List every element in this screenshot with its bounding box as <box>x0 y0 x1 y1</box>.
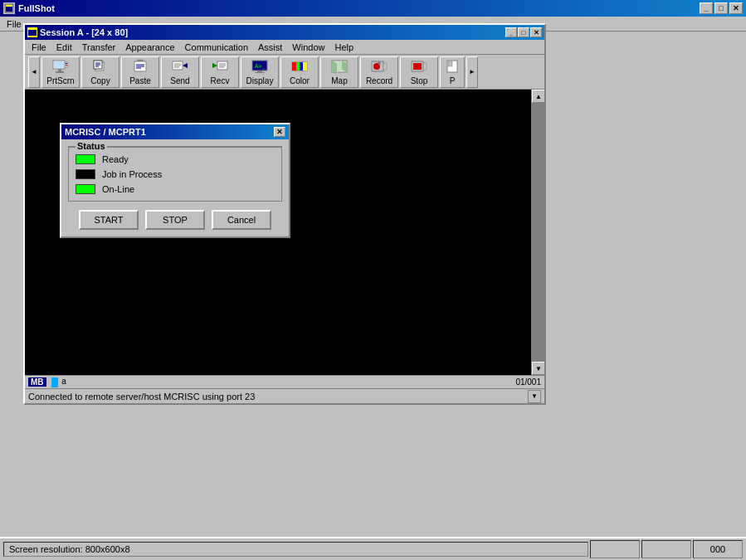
dialog-close-btn[interactable]: ✕ <box>274 127 285 137</box>
main-window: FullShot _ □ ✕ File Session A - [24 x 80… <box>0 0 746 537</box>
toolbar-send-btn[interactable]: Send <box>161 56 199 88</box>
session-titlebar-buttons: _ □ ✕ <box>505 27 542 37</box>
session-window: Session A - [24 x 80] _ □ ✕ File Edit Tr… <box>23 23 546 405</box>
mb-indicator: MB <box>28 377 46 387</box>
svg-rect-55 <box>448 61 452 66</box>
record-label: Record <box>366 76 393 85</box>
send-icon <box>170 58 190 75</box>
copy-label: Copy <box>90 76 110 85</box>
svg-rect-40 <box>296 62 300 71</box>
svg-rect-49 <box>383 63 387 70</box>
color-icon <box>290 58 310 75</box>
status-row-ready: Ready <box>76 154 275 164</box>
display-label: Display <box>246 76 274 85</box>
dialog-stop-btn[interactable]: STOP <box>145 210 205 230</box>
svg-rect-4 <box>28 30 37 36</box>
session-menu-appearance[interactable]: Appearance <box>120 41 179 54</box>
toolbar-record-btn[interactable]: Record <box>360 56 398 88</box>
stop-label: Stop <box>411 76 428 85</box>
session-maximize-btn[interactable]: □ <box>518 27 529 37</box>
main-close-btn[interactable]: ✕ <box>729 2 743 14</box>
recv-label: Recv <box>211 76 230 85</box>
toolbar-map-btn[interactable]: Map <box>320 56 358 88</box>
toolbar-p-btn[interactable]: P <box>440 56 465 88</box>
p-icon <box>442 58 462 75</box>
session-menu-edit[interactable]: Edit <box>51 41 77 54</box>
svg-rect-6 <box>54 61 64 68</box>
svg-rect-41 <box>300 62 303 71</box>
toolbar-recv-btn[interactable]: Recv <box>201 56 239 88</box>
session-menu-transfer[interactable]: Transfer <box>77 41 121 54</box>
app-icon <box>3 2 15 14</box>
taskbar: Screen resolution: 800x600x8 000 <box>0 537 746 560</box>
dialog-title: MCRISC / MCPRT1 <box>65 127 274 137</box>
main-minimize-btn[interactable]: _ <box>700 2 713 14</box>
svg-marker-24 <box>183 63 188 68</box>
resolution-text: Screen resolution: 800x600x8 <box>3 542 588 557</box>
ready-label: Ready <box>102 154 129 164</box>
scroll-down-btn[interactable]: ▼ <box>532 362 544 375</box>
svg-rect-35 <box>257 71 262 72</box>
toolbar-display-btn[interactable]: A>_ Display <box>241 56 279 88</box>
paste-icon <box>130 58 150 75</box>
dialog-buttons: START STOP Cancel <box>68 210 282 230</box>
svg-rect-19 <box>138 60 143 61</box>
map-label: Map <box>331 76 347 85</box>
session-titlebar: Session A - [24 x 80] _ □ ✕ <box>25 25 544 40</box>
svg-rect-52 <box>413 63 422 70</box>
toolbar-copy-btn[interactable]: Copy <box>81 56 119 88</box>
toolbar-scroll-right[interactable]: ► <box>466 56 478 88</box>
session-bottom-status: Connected to remote server/host MCRISC u… <box>25 388 544 403</box>
display-icon: A>_ <box>250 58 270 75</box>
session-statusbar: MB a 01/001 <box>25 375 544 388</box>
session-minimize-btn[interactable]: _ <box>505 27 517 37</box>
cursor-position: a <box>51 377 66 387</box>
toolbar-prtscn-btn[interactable]: PrtScrn <box>41 56 80 88</box>
prtscn-icon <box>51 58 71 75</box>
session-menu-assist[interactable]: Assist <box>253 41 287 54</box>
paste-label: Paste <box>129 76 151 85</box>
connection-status-text: Connected to remote server/host MCRISC u… <box>28 392 255 402</box>
svg-rect-10 <box>66 63 67 64</box>
session-menu-file[interactable]: File <box>27 41 51 54</box>
dialog-start-btn[interactable]: START <box>79 210 139 230</box>
svg-rect-1 <box>6 7 12 12</box>
session-title: Session A - [24 x 80] <box>40 27 505 37</box>
groupbox-label: Status <box>76 141 107 151</box>
session-menu-help[interactable]: Help <box>329 41 358 54</box>
svg-rect-39 <box>292 62 296 71</box>
online-label: On-Line <box>102 184 134 194</box>
session-close-btn[interactable]: ✕ <box>530 27 542 37</box>
taskbar-segment-1 <box>590 540 640 558</box>
toolbar-color-btn[interactable]: Color <box>280 56 319 88</box>
main-title: FullShot <box>18 3 700 13</box>
status-scroll-btn[interactable]: ▼ <box>528 390 541 403</box>
svg-text:A>_: A>_ <box>255 63 266 70</box>
toolbar-scroll-left[interactable]: ◄ <box>28 56 40 88</box>
color-label: Color <box>290 76 310 85</box>
status-row-online: On-Line <box>76 184 275 194</box>
session-menu-communication[interactable]: Communication <box>180 41 253 54</box>
session-toolbar: ◄ PrtScrn <box>25 55 544 90</box>
toolbar-paste-btn[interactable]: Paste <box>121 56 159 88</box>
svg-rect-36 <box>255 72 265 73</box>
scroll-track[interactable] <box>532 103 544 362</box>
map-icon <box>329 58 349 75</box>
session-status-left: MB a <box>28 377 66 387</box>
toolbar-stop-btn[interactable]: Stop <box>400 56 438 88</box>
dialog-printer-status: MCRISC / MCPRT1 ✕ Status Ready Job in Pr… <box>60 123 290 238</box>
main-maximize-btn[interactable]: □ <box>714 2 728 14</box>
status-row-job: Job in Process <box>76 169 275 179</box>
scroll-up-btn[interactable]: ▲ <box>532 90 544 103</box>
cursor-block <box>51 377 58 387</box>
main-titlebar-buttons: _ □ ✕ <box>700 2 743 14</box>
dialog-cancel-btn[interactable]: Cancel <box>212 210 271 230</box>
session-menu-window[interactable]: Window <box>287 41 329 54</box>
dialog-body: Status Ready Job in Process On-Line <box>61 139 289 236</box>
session-status-right: 01/001 <box>515 377 541 387</box>
job-indicator <box>76 169 95 179</box>
session-scrollbar-vertical[interactable]: ▲ ▼ <box>531 90 544 375</box>
session-icon <box>27 27 37 37</box>
recv-icon <box>210 58 230 75</box>
taskbar-segment-3: 000 <box>693 540 743 558</box>
